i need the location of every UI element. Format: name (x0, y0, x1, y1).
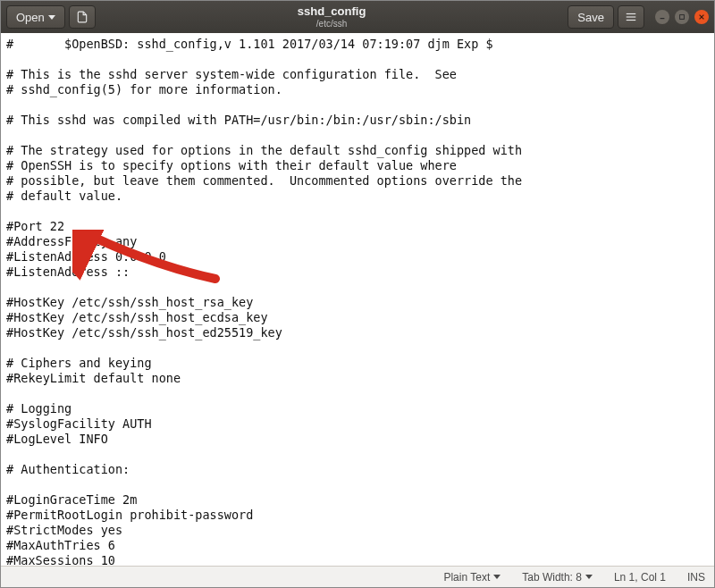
maximize-icon (678, 13, 686, 21)
window-subtitle: /etc/ssh (96, 19, 568, 29)
chevron-down-icon (48, 15, 55, 20)
window-minimize-button[interactable] (655, 10, 669, 24)
new-document-button[interactable] (69, 5, 96, 29)
svg-rect-4 (680, 15, 685, 20)
statusbar: Plain Text Tab Width: 8 Ln 1, Col 1 INS (1, 566, 714, 587)
minimize-icon (659, 13, 666, 21)
language-mode-label: Plain Text (443, 571, 490, 584)
chevron-down-icon (585, 575, 593, 579)
insert-mode-indicator[interactable]: INS (687, 571, 705, 584)
language-mode-selector[interactable]: Plain Text (443, 571, 500, 584)
editor-area[interactable]: # $OpenBSD: sshd_config,v 1.101 2017/03/… (1, 33, 714, 566)
titlebar-right-group: Save (568, 5, 709, 29)
window-close-button[interactable] (694, 10, 709, 24)
window-maximize-button[interactable] (675, 10, 689, 24)
tab-width-label: Tab Width: 8 (522, 571, 582, 584)
insert-mode-label: INS (687, 571, 705, 584)
save-button[interactable]: Save (568, 5, 614, 29)
window-controls (655, 10, 709, 24)
title-center: sshd_config /etc/ssh (96, 5, 568, 28)
open-button-label: Open (16, 11, 45, 24)
tab-width-selector[interactable]: Tab Width: 8 (522, 571, 593, 584)
window-title: sshd_config (96, 5, 568, 18)
hamburger-icon (625, 11, 637, 23)
titlebar-left-group: Open (6, 5, 96, 29)
open-button[interactable]: Open (6, 5, 65, 29)
file-content[interactable]: # $OpenBSD: sshd_config,v 1.101 2017/03/… (6, 37, 709, 566)
new-document-icon (76, 11, 88, 23)
cursor-position-label: Ln 1, Col 1 (614, 571, 666, 584)
save-button-label: Save (577, 11, 604, 24)
close-icon (698, 13, 705, 21)
hamburger-menu-button[interactable] (618, 5, 644, 29)
chevron-down-icon (493, 575, 500, 579)
titlebar: Open sshd_config /etc/ssh Save (1, 1, 714, 33)
cursor-position[interactable]: Ln 1, Col 1 (614, 571, 666, 584)
